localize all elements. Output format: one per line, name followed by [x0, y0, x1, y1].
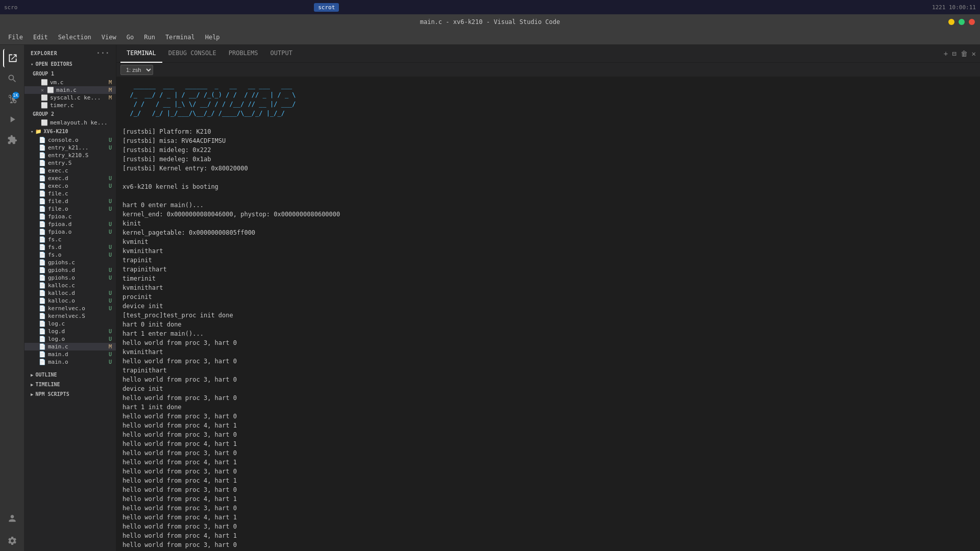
file-icon: ⬜ — [41, 94, 48, 101]
file-fs-o[interactable]: 📄 fs.o U — [24, 251, 116, 259]
file-main-c[interactable]: 📄 main.c M — [24, 343, 116, 350]
file-gpiohs-c[interactable]: 📄 gpiohs.c — [24, 259, 116, 266]
file-console-o[interactable]: 📄 console.o U — [24, 136, 116, 144]
file-log-c[interactable]: 📄 log.c — [24, 320, 116, 328]
menu-help[interactable]: Help — [201, 32, 224, 43]
open-editor-memlayout-h[interactable]: ⬜ memlayout.h ke... — [24, 119, 116, 127]
file-log-d[interactable]: 📄 log.d U — [24, 328, 116, 335]
timeline-section[interactable]: ▶ TIMELINE — [24, 380, 116, 389]
file-kalloc-c[interactable]: 📄 kalloc.c — [24, 282, 116, 289]
terminal-instance-select[interactable]: 1: zsh — [120, 65, 153, 75]
file-icon: 📄 — [39, 313, 46, 319]
open-editor-timer-c[interactable]: ⬜ timer.c — [24, 102, 116, 109]
file-kalloc-d[interactable]: 📄 kalloc.d U — [24, 289, 116, 297]
file-file-o[interactable]: 📄 file.o U — [24, 205, 116, 213]
file-icon: 📄 — [39, 336, 46, 342]
explorer-menu[interactable]: ··· — [96, 49, 110, 57]
file-icon: 📄 — [39, 351, 46, 358]
extensions-icon[interactable] — [3, 131, 21, 149]
file-fpioa-c[interactable]: 📄 fpioa.c — [24, 213, 116, 220]
file-kalloc-o[interactable]: 📄 kalloc.o U — [24, 297, 116, 305]
npm-scripts-section[interactable]: ▶ NPM SCRIPTS — [24, 389, 116, 399]
project-chevron: ▾ — [31, 129, 33, 134]
source-control-icon[interactable]: 1K — [3, 90, 21, 108]
file-exec-c[interactable]: 📄 exec.c — [24, 167, 116, 174]
menu-selection[interactable]: Selection — [54, 32, 95, 43]
file-icon: 📄 — [39, 267, 46, 273]
project-section[interactable]: ▾ 📁 XV6-K210 — [24, 127, 116, 136]
kill-terminal-icon[interactable]: 🗑 — [961, 49, 968, 58]
split-terminal-icon[interactable]: ⊟ — [952, 49, 956, 58]
menu-terminal[interactable]: Terminal — [161, 32, 199, 43]
search-icon[interactable] — [3, 69, 21, 88]
file-icon: 📄 — [39, 297, 46, 304]
file-kernelvec-o[interactable]: 📄 kernelvec.o U — [24, 305, 116, 312]
tab-problems[interactable]: PROBLEMS — [223, 45, 264, 63]
menu-view[interactable]: View — [97, 32, 120, 43]
menu-edit[interactable]: Edit — [29, 32, 52, 43]
file-icon: 📄 — [39, 160, 46, 166]
tab-output[interactable]: OUTPUT — [264, 45, 299, 63]
timeline-chevron: ▶ — [31, 382, 33, 387]
file-icon: 📄 — [39, 137, 46, 143]
main-area: 1K EXPLORER ··· ▾ OPEN EDITORS GROUP 1 — [0, 45, 980, 551]
file-icon: 📄 — [39, 320, 46, 327]
file-fs-c[interactable]: 📄 fs.c — [24, 236, 116, 243]
menu-run[interactable]: Run — [140, 32, 159, 43]
file-icon: ⬜ — [41, 119, 48, 126]
file-fs-d[interactable]: 📄 fs.d U — [24, 243, 116, 251]
file-entry-k21[interactable]: 📄 entry_k21... U — [24, 144, 116, 152]
open-editor-main-c[interactable]: ✕ ⬜ main.c M — [24, 86, 116, 94]
settings-icon[interactable] — [3, 532, 21, 550]
system-bar: scro scrot 1221 10:00:11 — [0, 0, 980, 14]
maximize-button[interactable] — [959, 19, 965, 25]
file-gpiohs-o[interactable]: 📄 gpiohs.o U — [24, 274, 116, 282]
outline-section[interactable]: ▶ OUTLINE — [24, 370, 116, 380]
source-control-badge: 1K — [12, 92, 19, 99]
terminal-body[interactable]: ______ ___ ______ _ __ __ ___ ___ /_ __/… — [116, 77, 980, 551]
terminal-instance-bar: 1: zsh — [116, 63, 980, 77]
file-icon: 📄 — [39, 252, 46, 258]
npm-scripts-chevron: ▶ — [31, 392, 33, 397]
file-icon: ⬜ — [47, 87, 54, 93]
file-entry-s[interactable]: 📄 entry.S — [24, 159, 116, 167]
open-editor-vm-c[interactable]: ⬜ vm.c M — [24, 79, 116, 86]
file-exec-o[interactable]: 📄 exec.o U — [24, 182, 116, 190]
close-tab-icon[interactable]: ✕ — [41, 87, 44, 93]
activitybar: 1K — [0, 45, 24, 551]
tab-terminal[interactable]: TERMINAL — [120, 45, 162, 63]
file-gpiohs-d[interactable]: 📄 gpiohs.d U — [24, 266, 116, 274]
file-icon: 📄 — [39, 144, 46, 151]
file-file-d[interactable]: 📄 file.d U — [24, 197, 116, 205]
explorer-icon[interactable] — [3, 49, 21, 67]
run-debug-icon[interactable] — [3, 110, 21, 129]
file-exec-d[interactable]: 📄 exec.d U — [24, 174, 116, 182]
file-log-o[interactable]: 📄 log.o U — [24, 335, 116, 343]
file-main-o[interactable]: 📄 main.o U — [24, 358, 116, 366]
file-file-c[interactable]: 📄 file.c — [24, 190, 116, 197]
file-main-d[interactable]: 📄 main.d U — [24, 350, 116, 358]
file-icon: 📄 — [39, 190, 46, 197]
minimize-button[interactable] — [948, 19, 954, 25]
open-editor-syscall-c[interactable]: ⬜ syscall.c ke... M — [24, 94, 116, 102]
open-editors-section[interactable]: ▾ OPEN EDITORS — [24, 59, 116, 69]
tab-debug-console[interactable]: DEBUG CONSOLE — [162, 45, 223, 63]
file-icon: 📄 — [39, 183, 46, 189]
outline-chevron: ▶ — [31, 372, 33, 378]
close-button[interactable] — [969, 19, 975, 25]
file-kernelvec-s[interactable]: 📄 kernelvec.S — [24, 312, 116, 320]
new-terminal-icon[interactable]: + — [944, 49, 948, 58]
account-icon[interactable] — [3, 509, 21, 528]
titlebar: main.c - xv6-k210 - Visual Studio Code — [0, 14, 980, 30]
file-icon: 📄 — [39, 259, 46, 266]
panel-actions: + ⊟ 🗑 ✕ — [944, 49, 976, 58]
close-panel-icon[interactable]: ✕ — [972, 49, 976, 58]
file-entry-k210-s[interactable]: 📄 entry_k210.S — [24, 152, 116, 159]
file-fpioa-d[interactable]: 📄 fpioa.d U — [24, 220, 116, 228]
file-fpioa-o[interactable]: 📄 fpioa.o U — [24, 228, 116, 236]
menu-file[interactable]: File — [4, 32, 27, 43]
window-title: main.c - xv6-k210 - Visual Studio Code — [5, 18, 975, 26]
terminal-output: [rustsbi] Platform: K210 [rustsbi] misa:… — [122, 128, 340, 551]
sysbar-time: 1221 10:00:11 — [932, 4, 976, 11]
menu-go[interactable]: Go — [122, 32, 138, 43]
